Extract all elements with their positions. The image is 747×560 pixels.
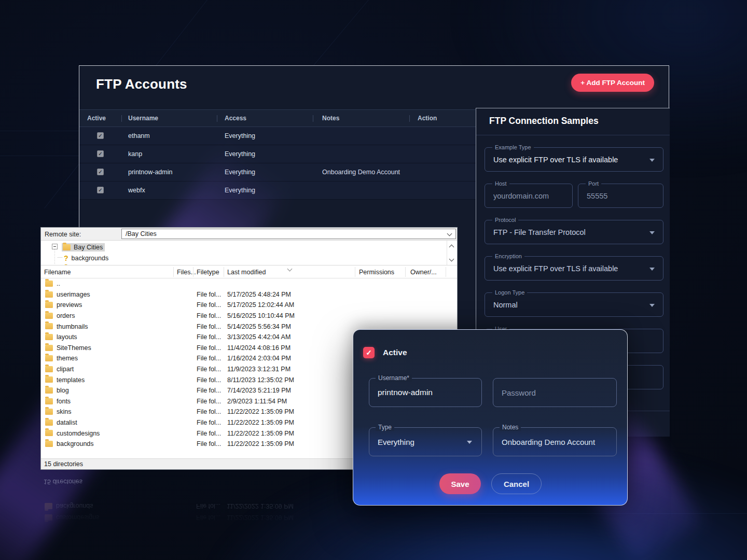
modified-cell: 11/22/2022 1:35:09 PM	[227, 417, 294, 428]
filetype-cell: File fol...	[197, 385, 221, 396]
tree-connector	[58, 257, 62, 258]
chevron-down-icon	[649, 304, 655, 307]
active-checkbox[interactable]: ✓	[97, 150, 104, 157]
directory-count: 15 directories	[44, 459, 83, 469]
active-checkbox[interactable]: ✓	[97, 169, 104, 175]
file-row[interactable]: previews File fol... 5/17/2025 12:02:44 …	[41, 300, 457, 311]
active-checkbox[interactable]: ✓	[97, 132, 104, 139]
check-icon: ✓	[98, 151, 102, 157]
reflection-text: 15 directories	[44, 478, 82, 485]
chevron-down-icon	[649, 231, 655, 234]
username-cell: printnow-admin	[128, 163, 222, 181]
check-icon: ✓	[366, 349, 372, 356]
username-field[interactable]: Username* printnow-admin	[369, 378, 482, 407]
remote-site-combobox[interactable]: /Bay Cities	[121, 229, 456, 239]
collapse-toggle-icon[interactable]	[52, 244, 58, 249]
edit-ftp-account-modal: ✓ Active Username* printnow-admin Passwo…	[353, 329, 628, 506]
field-value: Everything	[378, 428, 414, 456]
protocol-select[interactable]: Protocol FTP - File Transfer Protocol	[485, 220, 663, 244]
filetype-cell: File fol...	[197, 428, 221, 439]
save-button[interactable]: Save	[439, 473, 481, 494]
field-value: yourdomain.com	[493, 184, 549, 207]
modified-cell: 5/16/2025 10:10:44 PM	[227, 311, 295, 321]
filetype-cell: File fol...	[197, 396, 221, 407]
active-checkbox[interactable]: ✓	[363, 347, 375, 358]
modified-cell: 8/11/2023 12:35:02 PM	[227, 374, 294, 385]
remote-site-label: Remote site:	[45, 228, 81, 241]
filetype-cell: File fol...	[197, 353, 221, 364]
modified-cell: 7/14/2023 5:21:19 PM	[227, 385, 291, 396]
file-row[interactable]: userimages File fol... 5/17/2025 4:48:24…	[41, 289, 457, 300]
modified-cell: 11/22/2022 1:35:09 PM	[227, 439, 294, 450]
notes-field[interactable]: Notes Onboarding Demo Account	[493, 427, 617, 456]
modified-cell: 11/22/2022 1:35:09 PM	[227, 407, 294, 417]
filename-cell: fonts	[57, 396, 71, 407]
column-header-permissions[interactable]: Permissions	[359, 265, 394, 278]
table-row[interactable]: ✓ printnow-admin Everything Onboarding D…	[79, 163, 476, 181]
remote-site-value: /Bay Cities	[126, 229, 157, 239]
encryption-select[interactable]: Encryption Use explicit FTP over TLS if …	[485, 256, 663, 281]
port-field[interactable]: Port 55555	[578, 184, 663, 208]
sort-indicator-icon	[287, 267, 293, 272]
column-header-owner[interactable]: Owner/...	[410, 265, 437, 278]
folder-icon	[45, 409, 53, 415]
field-value: Normal	[493, 293, 518, 316]
directory-tree: Bay Cities ? backgrounds ?	[41, 241, 457, 265]
file-row[interactable]: orders File fol... 5/16/2025 10:10:44 PM	[41, 311, 457, 321]
folder-icon	[45, 376, 53, 383]
filename-cell: datalist	[57, 417, 77, 428]
access-cell: Everything	[225, 181, 318, 199]
file-list-header: Filename Files... Filetype Last modified…	[41, 265, 457, 278]
access-cell: Everything	[225, 145, 318, 163]
host-field[interactable]: Host yourdomain.com	[485, 184, 573, 208]
modified-cell: 5/17/2025 12:02:44 AM	[227, 300, 294, 311]
notes-cell: Onboarding Demo Account	[322, 163, 418, 181]
column-header-filename[interactable]: Filename	[44, 265, 71, 278]
field-value: Use explicit FTP over TLS if available	[493, 257, 618, 280]
scroll-down-icon[interactable]	[449, 257, 454, 262]
check-icon: ✓	[98, 169, 102, 175]
tree-scrollbar[interactable]	[447, 241, 457, 265]
column-header-access: Access	[225, 110, 246, 127]
password-field[interactable]: Password	[493, 378, 617, 407]
field-value: 55555	[587, 184, 607, 207]
field-value: printnow-admin	[378, 379, 433, 407]
filename-cell: orders	[57, 311, 75, 321]
type-select[interactable]: Type Everything	[369, 427, 482, 456]
tree-item-bay-cities[interactable]: Bay Cities	[62, 242, 105, 253]
table-row[interactable]: ✓ webfx Everything	[79, 181, 476, 200]
file-row[interactable]: ..	[41, 278, 457, 289]
logon-type-select[interactable]: Logon Type Normal	[485, 292, 663, 317]
filetype-cell: File fol...	[197, 311, 221, 321]
column-divider	[193, 267, 193, 277]
tree-item-backgrounds[interactable]: ? backgrounds	[64, 253, 108, 263]
folder-icon	[45, 323, 53, 329]
header-divider	[409, 115, 410, 122]
active-checkbox[interactable]: ✓	[97, 187, 104, 193]
add-ftp-account-button[interactable]: + Add FTP Account	[571, 74, 654, 92]
folder-icon	[63, 244, 71, 250]
chevron-down-icon	[649, 159, 655, 162]
modified-cell: 3/13/2025 4:42:04 AM	[227, 332, 290, 343]
chevron-down-icon	[467, 441, 472, 444]
filename-cell: skins	[57, 407, 71, 417]
chevron-down-icon	[649, 268, 655, 271]
column-header-filetype[interactable]: Filetype	[197, 265, 219, 278]
username-cell: kanp	[128, 145, 222, 163]
notes-cell	[322, 127, 418, 145]
folder-icon	[45, 313, 53, 319]
filename-cell: themes	[57, 353, 78, 364]
username-cell: webfx	[128, 181, 222, 199]
ftp-accounts-table-body: ✓ ethanm Everything ✓ kanp Everything ✓	[79, 127, 476, 200]
column-header-last-modified[interactable]: Last modified	[227, 265, 266, 278]
field-placeholder: Password	[502, 379, 536, 407]
modified-cell: 2/9/2023 1:11:54 PM	[227, 396, 287, 407]
unknown-folder-icon: ?	[64, 254, 68, 262]
table-row[interactable]: ✓ kanp Everything	[79, 145, 476, 163]
tree-item-label: backgrounds	[72, 255, 109, 262]
cancel-button[interactable]: Cancel	[491, 473, 542, 494]
table-row[interactable]: ✓ ethanm Everything	[79, 127, 476, 145]
scroll-up-icon[interactable]	[449, 245, 454, 250]
filename-cell: clipart	[57, 364, 74, 375]
example-type-select[interactable]: Example Type Use explicit FTP over TLS i…	[485, 147, 663, 172]
